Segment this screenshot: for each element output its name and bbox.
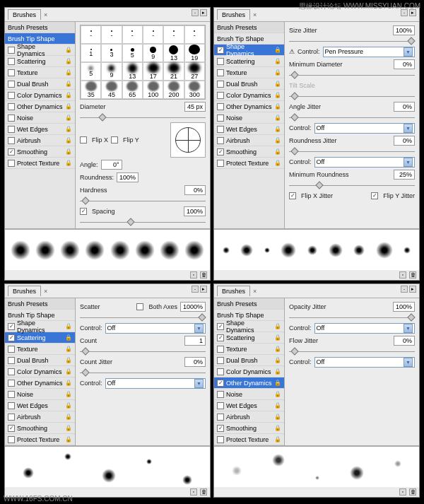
sidebar-item-dual[interactable]: Dual Brush🔒 — [214, 78, 284, 90]
sidebar-item-texture[interactable]: Texture🔒 — [5, 344, 75, 355]
sidebar-item-scatter[interactable]: ✓Scattering🔒 — [214, 332, 284, 344]
value-input[interactable]: 45 px — [184, 102, 206, 112]
checkbox-shape[interactable]: ✓ — [217, 47, 224, 54]
brush-preset-cell[interactable]: 65 — [122, 81, 143, 99]
new-icon[interactable]: ▫ — [190, 271, 197, 279]
tab-brushes[interactable]: Brushes — [8, 9, 41, 20]
checkbox[interactable] — [80, 136, 87, 143]
sidebar-item-shape[interactable]: Shape Dynamics🔒 — [5, 45, 75, 56]
sidebar-item-presets[interactable]: Brush Presets — [5, 298, 75, 310]
sidebar-item-air[interactable]: Airbrush🔒 — [214, 135, 284, 146]
checkbox[interactable] — [136, 303, 143, 310]
checkbox[interactable]: ✓ — [80, 208, 87, 215]
checkbox-protect[interactable] — [8, 436, 15, 443]
slider[interactable] — [289, 349, 415, 353]
sidebar-item-texture[interactable]: Texture🔒 — [5, 67, 75, 78]
sidebar-item-wet[interactable]: Wet Edges🔒 — [214, 124, 284, 135]
brush-preset-cell[interactable]: - — [101, 25, 122, 44]
brush-preset-cell[interactable]: 9 — [101, 62, 122, 81]
brush-preset-cell[interactable]: 5 — [122, 44, 143, 62]
checkbox-wet[interactable] — [8, 126, 15, 133]
checkbox-protect[interactable] — [8, 160, 15, 167]
slider[interactable] — [80, 349, 206, 353]
checkbox-shape[interactable]: ✓ — [217, 323, 224, 330]
sidebar-item-presets[interactable]: Brush Presets — [214, 22, 284, 33]
sidebar-item-presets[interactable]: Brush Presets — [214, 298, 284, 310]
checkbox-dual[interactable] — [8, 81, 15, 88]
checkbox-dual[interactable] — [217, 357, 224, 364]
checkbox-scatter[interactable]: ✓ — [8, 334, 15, 341]
trash-icon[interactable]: 🗑 — [409, 488, 416, 496]
minimize-icon[interactable]: - — [401, 286, 408, 293]
sidebar-item-air[interactable]: Airbrush🔒 — [5, 411, 75, 423]
value-input[interactable]: 100% — [393, 302, 415, 312]
value-input[interactable]: 100% — [117, 172, 139, 182]
checkbox-other[interactable] — [8, 103, 15, 110]
slider[interactable] — [289, 115, 415, 119]
dropdown[interactable]: Off▼ — [314, 323, 415, 334]
sidebar-item-smooth[interactable]: ✓Smoothing🔒 — [5, 423, 75, 434]
sidebar-item-presets[interactable]: Brush Presets — [5, 22, 75, 33]
brush-preset-cell[interactable]: 5 — [81, 62, 101, 81]
brush-preset-cell[interactable]: - — [81, 25, 101, 44]
checkbox-noise[interactable] — [8, 391, 15, 398]
value-input[interactable]: 0% — [184, 357, 206, 367]
sidebar-item-color[interactable]: Color Dynamics🔒 — [5, 90, 75, 101]
sidebar-item-color[interactable]: Color Dynamics🔒 — [5, 366, 75, 377]
new-icon[interactable]: ▫ — [399, 488, 406, 496]
slider[interactable] — [80, 370, 206, 375]
checkbox-color[interactable] — [217, 92, 224, 99]
checkbox-noise[interactable] — [217, 115, 224, 122]
sidebar-item-smooth[interactable]: ✓Smoothing🔒 — [214, 423, 284, 434]
sidebar-item-air[interactable]: Airbrush🔒 — [214, 411, 284, 423]
sidebar-item-protect[interactable]: Protect Texture🔒 — [5, 158, 75, 169]
sidebar-item-scatter[interactable]: Scattering🔒 — [214, 56, 284, 67]
checkbox-smooth[interactable]: ✓ — [8, 148, 15, 156]
slider[interactable] — [289, 183, 415, 187]
slider[interactable] — [80, 199, 206, 203]
close-icon[interactable]: × — [253, 288, 257, 295]
checkbox-noise[interactable] — [8, 115, 15, 122]
sidebar-item-other[interactable]: Other Dynamics🔒 — [5, 101, 75, 112]
sidebar-item-other[interactable]: ✓Other Dynamics🔒 — [214, 377, 284, 389]
close-icon[interactable]: × — [44, 288, 47, 295]
sidebar-item-shape[interactable]: ✓Shape Dynamics🔒 — [5, 321, 75, 332]
checkbox-smooth[interactable]: ✓ — [8, 425, 15, 432]
checkbox-wet[interactable] — [217, 126, 224, 133]
slider[interactable] — [289, 315, 415, 320]
close-icon[interactable]: × — [253, 11, 257, 18]
checkbox-protect[interactable] — [217, 436, 224, 443]
value-input[interactable]: 100% — [393, 25, 415, 35]
menu-icon[interactable]: ▸ — [409, 286, 416, 293]
checkbox-dual[interactable] — [8, 357, 15, 364]
value-input[interactable]: 0% — [394, 336, 415, 346]
dropdown[interactable]: Off▼ — [314, 357, 415, 368]
checkbox-texture[interactable] — [8, 69, 15, 76]
brush-preset-cell[interactable]: 3 — [101, 44, 122, 62]
sidebar-item-wet[interactable]: Wet Edges🔒 — [5, 400, 75, 411]
sidebar-item-wet[interactable]: Wet Edges🔒 — [5, 124, 75, 135]
new-icon[interactable]: ▫ — [190, 488, 197, 496]
slider[interactable] — [80, 220, 206, 224]
sidebar-item-other[interactable]: Other Dynamics🔒 — [214, 101, 284, 112]
checkbox-air[interactable] — [8, 137, 15, 144]
checkbox[interactable] — [111, 136, 118, 143]
value-input[interactable]: 100% — [184, 206, 206, 216]
sidebar-item-noise[interactable]: Noise🔒 — [214, 389, 284, 400]
slider[interactable] — [289, 94, 415, 98]
sidebar-item-shape[interactable]: ✓Shape Dynamics🔒 — [214, 45, 284, 56]
checkbox-air[interactable] — [217, 137, 224, 144]
value-input[interactable]: 1 — [184, 336, 206, 346]
sidebar-item-texture[interactable]: Texture🔒 — [214, 344, 284, 355]
dropdown[interactable]: Off▼ — [314, 123, 415, 134]
checkbox-shape[interactable] — [8, 47, 15, 54]
dropdown[interactable]: Pen Pressure▼ — [323, 47, 415, 57]
menu-icon[interactable]: ▸ — [200, 286, 207, 293]
checkbox-texture[interactable] — [217, 346, 224, 353]
slider[interactable] — [289, 73, 415, 77]
slider[interactable] — [80, 115, 206, 119]
checkbox-other[interactable]: ✓ — [217, 380, 224, 387]
tab-brushes[interactable]: Brushes — [217, 286, 250, 296]
dropdown[interactable]: Off▼ — [314, 157, 415, 168]
checkbox-noise[interactable] — [217, 391, 224, 398]
